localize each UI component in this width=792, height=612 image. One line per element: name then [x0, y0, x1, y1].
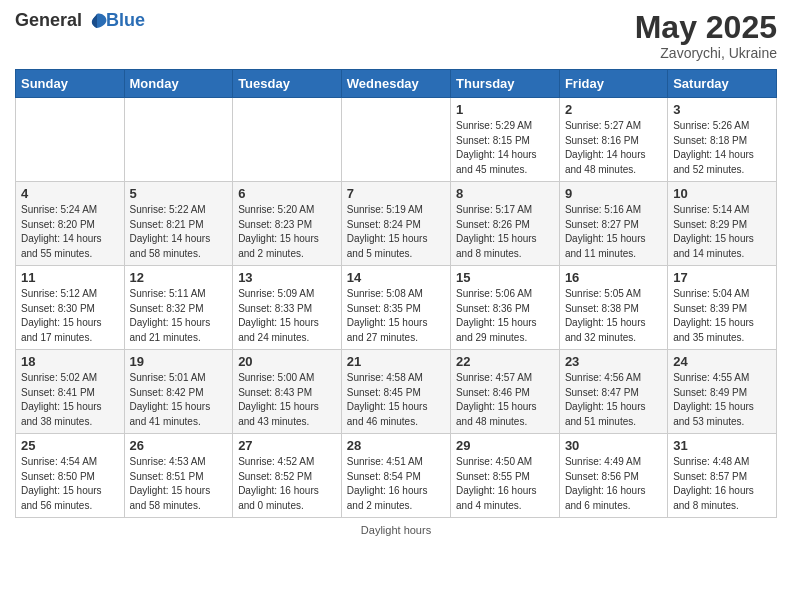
calendar-cell: 14Sunrise: 5:08 AM Sunset: 8:35 PM Dayli… — [341, 266, 450, 350]
calendar-cell: 7Sunrise: 5:19 AM Sunset: 8:24 PM Daylig… — [341, 182, 450, 266]
calendar-cell: 29Sunrise: 4:50 AM Sunset: 8:55 PM Dayli… — [451, 434, 560, 518]
day-number: 30 — [565, 438, 662, 453]
calendar-cell: 1Sunrise: 5:29 AM Sunset: 8:15 PM Daylig… — [451, 98, 560, 182]
day-number: 2 — [565, 102, 662, 117]
day-info: Sunrise: 5:17 AM Sunset: 8:26 PM Dayligh… — [456, 203, 554, 261]
day-number: 8 — [456, 186, 554, 201]
calendar-cell: 30Sunrise: 4:49 AM Sunset: 8:56 PM Dayli… — [559, 434, 667, 518]
day-info: Sunrise: 4:51 AM Sunset: 8:54 PM Dayligh… — [347, 455, 445, 513]
day-info: Sunrise: 5:06 AM Sunset: 8:36 PM Dayligh… — [456, 287, 554, 345]
day-number: 24 — [673, 354, 771, 369]
day-info: Sunrise: 5:29 AM Sunset: 8:15 PM Dayligh… — [456, 119, 554, 177]
page-header: General Blue May 2025 Zavorychi, Ukraine — [15, 10, 777, 61]
day-number: 16 — [565, 270, 662, 285]
day-info: Sunrise: 5:05 AM Sunset: 8:38 PM Dayligh… — [565, 287, 662, 345]
day-info: Sunrise: 4:50 AM Sunset: 8:55 PM Dayligh… — [456, 455, 554, 513]
day-number: 13 — [238, 270, 336, 285]
day-info: Sunrise: 5:24 AM Sunset: 8:20 PM Dayligh… — [21, 203, 119, 261]
calendar-cell: 18Sunrise: 5:02 AM Sunset: 8:41 PM Dayli… — [16, 350, 125, 434]
calendar-day-header: Thursday — [451, 70, 560, 98]
calendar-day-header: Sunday — [16, 70, 125, 98]
day-number: 1 — [456, 102, 554, 117]
calendar-cell: 3Sunrise: 5:26 AM Sunset: 8:18 PM Daylig… — [668, 98, 777, 182]
calendar-cell: 13Sunrise: 5:09 AM Sunset: 8:33 PM Dayli… — [233, 266, 342, 350]
calendar-cell: 28Sunrise: 4:51 AM Sunset: 8:54 PM Dayli… — [341, 434, 450, 518]
subtitle: Zavorychi, Ukraine — [635, 45, 777, 61]
calendar-week-row: 25Sunrise: 4:54 AM Sunset: 8:50 PM Dayli… — [16, 434, 777, 518]
calendar-cell — [341, 98, 450, 182]
day-info: Sunrise: 5:08 AM Sunset: 8:35 PM Dayligh… — [347, 287, 445, 345]
calendar-week-row: 1Sunrise: 5:29 AM Sunset: 8:15 PM Daylig… — [16, 98, 777, 182]
day-info: Sunrise: 4:56 AM Sunset: 8:47 PM Dayligh… — [565, 371, 662, 429]
calendar-cell: 12Sunrise: 5:11 AM Sunset: 8:32 PM Dayli… — [124, 266, 233, 350]
day-info: Sunrise: 4:54 AM Sunset: 8:50 PM Dayligh… — [21, 455, 119, 513]
calendar-table: SundayMondayTuesdayWednesdayThursdayFrid… — [15, 69, 777, 518]
calendar-cell: 8Sunrise: 5:17 AM Sunset: 8:26 PM Daylig… — [451, 182, 560, 266]
day-number: 17 — [673, 270, 771, 285]
calendar-cell: 2Sunrise: 5:27 AM Sunset: 8:16 PM Daylig… — [559, 98, 667, 182]
logo-blue-text: Blue — [106, 10, 145, 31]
footer-note: Daylight hours — [15, 524, 777, 536]
day-info: Sunrise: 5:27 AM Sunset: 8:16 PM Dayligh… — [565, 119, 662, 177]
title-block: May 2025 Zavorychi, Ukraine — [635, 10, 777, 61]
calendar-cell: 9Sunrise: 5:16 AM Sunset: 8:27 PM Daylig… — [559, 182, 667, 266]
day-number: 19 — [130, 354, 228, 369]
calendar-cell — [233, 98, 342, 182]
calendar-cell: 17Sunrise: 5:04 AM Sunset: 8:39 PM Dayli… — [668, 266, 777, 350]
calendar-cell: 10Sunrise: 5:14 AM Sunset: 8:29 PM Dayli… — [668, 182, 777, 266]
day-info: Sunrise: 4:53 AM Sunset: 8:51 PM Dayligh… — [130, 455, 228, 513]
calendar-cell: 19Sunrise: 5:01 AM Sunset: 8:42 PM Dayli… — [124, 350, 233, 434]
day-info: Sunrise: 5:14 AM Sunset: 8:29 PM Dayligh… — [673, 203, 771, 261]
day-info: Sunrise: 5:01 AM Sunset: 8:42 PM Dayligh… — [130, 371, 228, 429]
day-number: 26 — [130, 438, 228, 453]
day-info: Sunrise: 5:20 AM Sunset: 8:23 PM Dayligh… — [238, 203, 336, 261]
day-number: 15 — [456, 270, 554, 285]
day-number: 31 — [673, 438, 771, 453]
day-number: 22 — [456, 354, 554, 369]
calendar-cell: 26Sunrise: 4:53 AM Sunset: 8:51 PM Dayli… — [124, 434, 233, 518]
calendar-day-header: Wednesday — [341, 70, 450, 98]
day-number: 18 — [21, 354, 119, 369]
main-title: May 2025 — [635, 10, 777, 45]
calendar-week-row: 11Sunrise: 5:12 AM Sunset: 8:30 PM Dayli… — [16, 266, 777, 350]
calendar-cell: 20Sunrise: 5:00 AM Sunset: 8:43 PM Dayli… — [233, 350, 342, 434]
day-number: 4 — [21, 186, 119, 201]
day-number: 20 — [238, 354, 336, 369]
calendar-cell — [124, 98, 233, 182]
day-number: 3 — [673, 102, 771, 117]
logo: General Blue — [15, 10, 145, 31]
day-info: Sunrise: 5:16 AM Sunset: 8:27 PM Dayligh… — [565, 203, 662, 261]
day-info: Sunrise: 5:26 AM Sunset: 8:18 PM Dayligh… — [673, 119, 771, 177]
day-info: Sunrise: 5:04 AM Sunset: 8:39 PM Dayligh… — [673, 287, 771, 345]
logo-bird-icon — [86, 12, 108, 30]
day-number: 12 — [130, 270, 228, 285]
calendar-cell: 31Sunrise: 4:48 AM Sunset: 8:57 PM Dayli… — [668, 434, 777, 518]
day-info: Sunrise: 5:00 AM Sunset: 8:43 PM Dayligh… — [238, 371, 336, 429]
day-info: Sunrise: 4:49 AM Sunset: 8:56 PM Dayligh… — [565, 455, 662, 513]
day-info: Sunrise: 5:19 AM Sunset: 8:24 PM Dayligh… — [347, 203, 445, 261]
calendar-week-row: 4Sunrise: 5:24 AM Sunset: 8:20 PM Daylig… — [16, 182, 777, 266]
day-info: Sunrise: 4:48 AM Sunset: 8:57 PM Dayligh… — [673, 455, 771, 513]
day-info: Sunrise: 5:02 AM Sunset: 8:41 PM Dayligh… — [21, 371, 119, 429]
logo-general-text: General — [15, 10, 82, 31]
calendar-cell: 16Sunrise: 5:05 AM Sunset: 8:38 PM Dayli… — [559, 266, 667, 350]
day-info: Sunrise: 4:55 AM Sunset: 8:49 PM Dayligh… — [673, 371, 771, 429]
day-number: 7 — [347, 186, 445, 201]
calendar-cell: 4Sunrise: 5:24 AM Sunset: 8:20 PM Daylig… — [16, 182, 125, 266]
day-number: 23 — [565, 354, 662, 369]
calendar-cell: 22Sunrise: 4:57 AM Sunset: 8:46 PM Dayli… — [451, 350, 560, 434]
calendar-week-row: 18Sunrise: 5:02 AM Sunset: 8:41 PM Dayli… — [16, 350, 777, 434]
calendar-cell — [16, 98, 125, 182]
day-info: Sunrise: 5:12 AM Sunset: 8:30 PM Dayligh… — [21, 287, 119, 345]
calendar-day-header: Friday — [559, 70, 667, 98]
day-number: 9 — [565, 186, 662, 201]
day-number: 25 — [21, 438, 119, 453]
day-info: Sunrise: 4:57 AM Sunset: 8:46 PM Dayligh… — [456, 371, 554, 429]
day-info: Sunrise: 4:52 AM Sunset: 8:52 PM Dayligh… — [238, 455, 336, 513]
calendar-cell: 15Sunrise: 5:06 AM Sunset: 8:36 PM Dayli… — [451, 266, 560, 350]
day-number: 29 — [456, 438, 554, 453]
calendar-cell: 6Sunrise: 5:20 AM Sunset: 8:23 PM Daylig… — [233, 182, 342, 266]
day-info: Sunrise: 5:22 AM Sunset: 8:21 PM Dayligh… — [130, 203, 228, 261]
day-number: 10 — [673, 186, 771, 201]
calendar-day-header: Saturday — [668, 70, 777, 98]
